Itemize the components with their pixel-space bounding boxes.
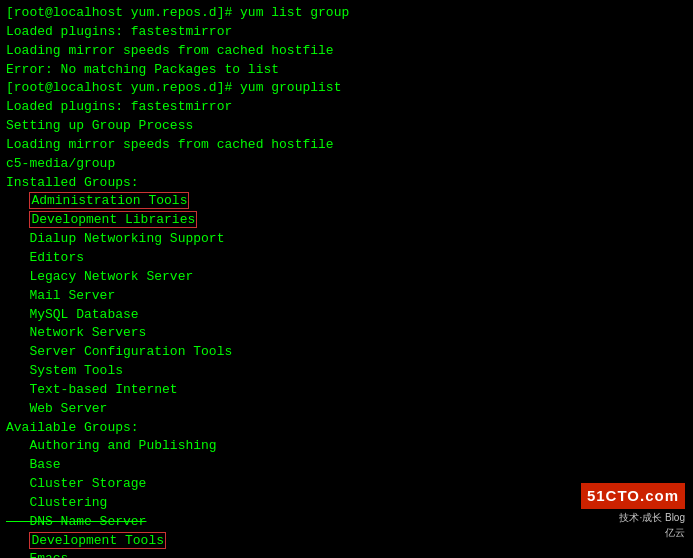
terminal-line: Web Server	[6, 400, 687, 419]
terminal-line: Editors	[6, 249, 687, 268]
terminal-line: [root@localhost yum.repos.d]# yum list g…	[6, 4, 687, 23]
watermark-logo: 51CTO.com	[581, 483, 685, 509]
terminal-line: MySQL Database	[6, 306, 687, 325]
terminal-line: [root@localhost yum.repos.d]# yum groupl…	[6, 79, 687, 98]
terminal-line: Development Libraries	[6, 211, 687, 230]
terminal-line: Legacy Network Server	[6, 268, 687, 287]
terminal-line: Text-based Internet	[6, 381, 687, 400]
watermark-sub2: 亿云	[665, 526, 685, 541]
terminal-line: c5-media/group	[6, 155, 687, 174]
terminal-line: Mail Server	[6, 287, 687, 306]
terminal-line: Error: No matching Packages to list	[6, 61, 687, 80]
terminal-line: Administration Tools	[6, 192, 687, 211]
terminal-line: Available Groups:	[6, 419, 687, 438]
terminal-line: Authoring and Publishing	[6, 437, 687, 456]
terminal-line: Installed Groups:	[6, 174, 687, 193]
terminal-line: Loaded plugins: fastestmirror	[6, 98, 687, 117]
watermark-sub1: 技术·成长 Blog	[619, 511, 685, 526]
terminal-line: Network Servers	[6, 324, 687, 343]
terminal-line: Loading mirror speeds from cached hostfi…	[6, 136, 687, 155]
terminal-window: [root@localhost yum.repos.d]# yum list g…	[0, 0, 693, 558]
terminal-line: Loading mirror speeds from cached hostfi…	[6, 42, 687, 61]
watermark: 51CTO.com 技术·成长 Blog 亿云	[581, 483, 685, 540]
terminal-line: Setting up Group Process	[6, 117, 687, 136]
terminal-line: Loaded plugins: fastestmirror	[6, 23, 687, 42]
terminal-line: System Tools	[6, 362, 687, 381]
terminal-line: Server Configuration Tools	[6, 343, 687, 362]
terminal-line: Dialup Networking Support	[6, 230, 687, 249]
terminal-line: Emacs	[6, 550, 687, 558]
terminal-line: Base	[6, 456, 687, 475]
